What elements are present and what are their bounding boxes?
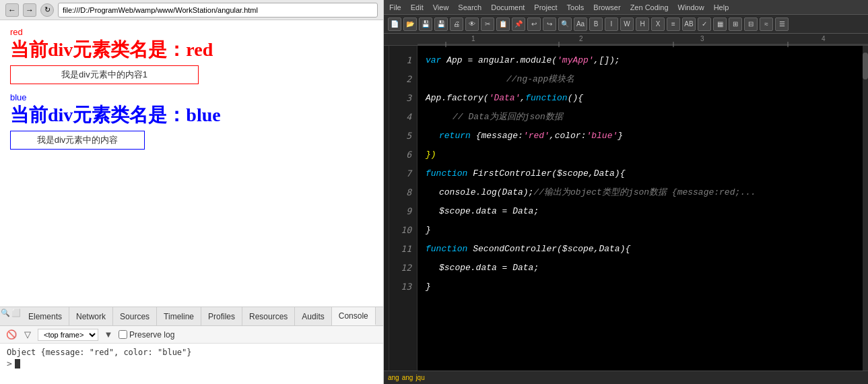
- line-num-12: 12: [389, 259, 417, 278]
- blue-content-box: 我是div元素中的内容: [10, 131, 145, 150]
- menu-tools[interactable]: Tools: [567, 3, 585, 11]
- preserve-log-checkbox[interactable]: [119, 330, 127, 339]
- toolbar-new[interactable]: 📄: [388, 18, 401, 31]
- code-line-12: $scope.data = Data;: [426, 259, 855, 278]
- tab-timeline[interactable]: Timeline: [157, 307, 201, 325]
- frame-expand-icon[interactable]: ▼: [102, 329, 114, 341]
- menu-help[interactable]: Help: [714, 3, 729, 11]
- toolbar-cut[interactable]: ✂: [481, 18, 494, 31]
- toolbar-save2[interactable]: 💾: [434, 18, 448, 31]
- line-numbers: 1 2 3 4 5 6 7 8 9 10 11 12 13: [389, 46, 418, 371]
- code-line-11: function SecondController($scope,Data){: [426, 240, 855, 259]
- toolbar-w[interactable]: W: [620, 18, 634, 31]
- console-toolbar: 🚫 ▽ <top frame> ▼ Preserve log: [0, 326, 383, 344]
- line-num-9: 9: [389, 202, 417, 221]
- console-log-line: Object {message: "red", color: "blue"}: [7, 348, 376, 357]
- toolbar-extra2[interactable]: ⊟: [744, 18, 758, 31]
- menu-browser[interactable]: Browser: [593, 3, 620, 11]
- section-red: red 当前div元素类名是：red 我是div元素中的内容1: [10, 27, 373, 84]
- red-content-box: 我是div元素中的内容1: [10, 65, 199, 84]
- menu-document[interactable]: Document: [491, 3, 525, 11]
- tab-network[interactable]: Network: [69, 307, 113, 325]
- tab-console[interactable]: Console: [332, 307, 376, 325]
- vertical-scrollbar[interactable]: [863, 46, 868, 371]
- code-line-2: //ng-app模块名: [426, 70, 855, 89]
- toolbar-paste[interactable]: 📌: [512, 18, 525, 31]
- scrollbar-thumb[interactable]: [863, 53, 868, 79]
- line-num-1: 1: [389, 51, 417, 70]
- toolbar-copy[interactable]: 📋: [496, 18, 510, 31]
- editor-body: 1 2 3 4 5 6 7 8 9 10 11 12 13 var App = …: [384, 46, 868, 371]
- red-label: red: [10, 27, 373, 37]
- status-file-3[interactable]: jqu: [415, 374, 424, 381]
- toolbar-x[interactable]: X: [651, 18, 665, 31]
- frame-select[interactable]: <top frame>: [38, 329, 98, 341]
- line-num-11: 11: [389, 240, 417, 259]
- devtools-panel: 🔍 ⬜ Elements Network Sources Timeline Pr…: [0, 307, 383, 384]
- back-button[interactable]: ←: [5, 3, 19, 17]
- console-input-line[interactable]: >: [7, 358, 376, 369]
- tab-sources[interactable]: Sources: [113, 307, 157, 325]
- filter-button[interactable]: ▽: [22, 329, 34, 341]
- toolbar-ab[interactable]: AB: [682, 18, 696, 31]
- search-devtools-icon[interactable]: 🔍: [0, 307, 11, 318]
- preserve-log-text: Preserve log: [129, 330, 174, 340]
- tab-resources[interactable]: Resources: [242, 307, 295, 325]
- line-num-3: 3: [389, 89, 417, 108]
- refresh-button[interactable]: ↻: [40, 3, 54, 17]
- menu-window[interactable]: Window: [678, 3, 704, 11]
- menu-zen-coding[interactable]: Zen Coding: [630, 3, 669, 11]
- clear-console-button[interactable]: 🚫: [5, 329, 18, 341]
- console-cursor: [15, 359, 20, 369]
- toolbar-grid[interactable]: ▦: [713, 18, 727, 31]
- toolbar-extra3[interactable]: ≈: [760, 18, 773, 31]
- inspect-icon[interactable]: ⬜: [11, 307, 22, 318]
- status-file-1[interactable]: ang: [388, 374, 399, 381]
- toolbar-save[interactable]: 💾: [419, 18, 432, 31]
- line-num-5: 5: [389, 127, 417, 146]
- blue-label: blue: [10, 92, 373, 102]
- toolbar-preview[interactable]: 👁: [465, 18, 479, 31]
- toolbar-italic[interactable]: I: [605, 18, 618, 31]
- webpage-content: red 当前div元素类名是：red 我是div元素中的内容1 blue 当前d…: [0, 20, 383, 307]
- menu-file[interactable]: File: [389, 3, 401, 11]
- code-line-8: console.log(Data);//输出为object类型的json数据 {…: [426, 183, 855, 202]
- toolbar-check[interactable]: ✓: [698, 18, 711, 31]
- toolbar-extra4[interactable]: ☰: [775, 18, 789, 31]
- code-line-9: $scope.data = Data;: [426, 202, 855, 221]
- toolbar-undo[interactable]: ↩: [527, 18, 541, 31]
- code-line-7: function FirstController($scope,Data){: [426, 164, 855, 183]
- preserve-log-label[interactable]: Preserve log: [119, 330, 174, 340]
- forward-button[interactable]: →: [23, 3, 36, 17]
- menu-view[interactable]: View: [433, 3, 449, 11]
- status-file-2[interactable]: ang: [402, 374, 413, 381]
- tab-elements[interactable]: Elements: [22, 307, 69, 325]
- toolbar-h[interactable]: H: [636, 18, 649, 31]
- toolbar-bold[interactable]: B: [589, 18, 603, 31]
- toolbar-find[interactable]: 🔍: [558, 18, 572, 31]
- line-num-8: 8: [389, 183, 417, 202]
- toolbar-extra1[interactable]: ⊞: [729, 18, 742, 31]
- toolbar-open[interactable]: 📂: [403, 18, 417, 31]
- console-output: Object {message: "red", color: "blue"} >: [0, 344, 383, 384]
- menu-search[interactable]: Search: [458, 3, 481, 11]
- editor-ruler: 1 2 3 4: [384, 34, 868, 46]
- menu-edit[interactable]: Edit: [411, 3, 424, 11]
- code-line-3: App.factory('Data',function(){: [426, 89, 855, 108]
- url-bar[interactable]: [58, 3, 378, 18]
- code-editor-panel: File Edit View Search Document Project T…: [384, 0, 868, 384]
- menu-project[interactable]: Project: [534, 3, 557, 11]
- toolbar-indent[interactable]: ≡: [667, 18, 680, 31]
- tab-profiles[interactable]: Profiles: [201, 307, 242, 325]
- code-line-10: }: [426, 221, 855, 240]
- editor-menubar: File Edit View Search Document Project T…: [384, 0, 868, 15]
- tab-audits[interactable]: Audits: [295, 307, 331, 325]
- blue-class-title: 当前div元素类名是：blue: [10, 102, 373, 128]
- code-line-6: }): [426, 146, 855, 164]
- editor-toolbar: 📄 📂 💾 💾 🖨 👁 ✂ 📋 📌 ↩ ↪ 🔍 Aa B I W H X ≡ A…: [384, 15, 868, 34]
- code-area[interactable]: var App = angular.module('myApp',[]); //…: [418, 46, 863, 371]
- toolbar-replace[interactable]: Aa: [574, 18, 587, 31]
- toolbar-redo[interactable]: ↪: [543, 18, 556, 31]
- toolbar-print[interactable]: 🖨: [450, 18, 463, 31]
- line-num-6: 6: [389, 146, 417, 164]
